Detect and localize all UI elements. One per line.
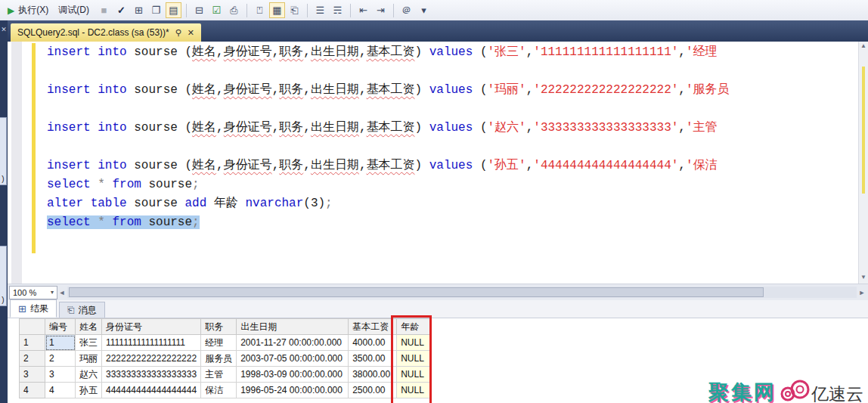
grid-cell[interactable]: NULL bbox=[397, 335, 432, 351]
grid-cell[interactable]: 38000.00 bbox=[349, 367, 397, 383]
comment-icon[interactable]: ☰ bbox=[312, 2, 328, 18]
grid-cell[interactable]: 保洁 bbox=[201, 383, 237, 398]
grid-header-cell[interactable]: 职务 bbox=[201, 319, 237, 335]
scroll-down-icon[interactable]: ▼ bbox=[859, 274, 868, 281]
toolbar-separator bbox=[393, 4, 394, 17]
grid-row: 11张三111111111111111111经理2001-11-27 00:00… bbox=[20, 335, 432, 351]
grid-header-cell[interactable] bbox=[20, 319, 45, 335]
grid-header-cell[interactable]: 出生日期 bbox=[237, 319, 349, 335]
results-tab-strip: ⊞ 结果 ⎗ 消息 bbox=[8, 300, 868, 318]
grid-header-cell[interactable]: 身份证号 bbox=[102, 319, 201, 335]
indent-increase-icon[interactable]: ⇥ bbox=[373, 2, 389, 18]
results-to-file-icon[interactable]: ⎗ bbox=[287, 2, 302, 18]
grid-cell[interactable]: 444444444444444444 bbox=[102, 383, 201, 398]
strip-close-icon[interactable]: ✕ bbox=[0, 26, 8, 33]
template-parameters-icon[interactable]: ⊞ bbox=[131, 2, 147, 18]
uncomment-icon[interactable]: ☴ bbox=[330, 2, 346, 18]
document-tab-title: SQLQuery2.sql - DC2.class (sa (53))* bbox=[17, 27, 169, 38]
grid-cell[interactable]: 2003-07-05 00:00:00.000 bbox=[237, 351, 349, 367]
zoom-caret-icon: ▾ bbox=[51, 289, 54, 296]
grid-cell[interactable]: 孙五 bbox=[76, 383, 102, 398]
tab-close-icon[interactable]: ✕ bbox=[188, 28, 194, 38]
grid-cell[interactable]: 3 bbox=[45, 367, 76, 383]
grid-cell[interactable]: 张三 bbox=[76, 335, 102, 351]
sql-editor[interactable]: insert into sourse (姓名,身份证号,职务,出生日期,基本工资… bbox=[8, 42, 868, 284]
grid-cell[interactable]: 主管 bbox=[201, 367, 237, 383]
tab-results[interactable]: ⊞ 结果 bbox=[10, 299, 57, 318]
indent-decrease-icon[interactable]: ⇤ bbox=[355, 2, 371, 18]
grid-header-cell[interactable]: 年龄 bbox=[397, 319, 432, 335]
grid-cell[interactable]: 赵六 bbox=[76, 367, 102, 383]
pin-icon[interactable]: ⚲ bbox=[175, 28, 181, 38]
grid-header-cell[interactable]: 姓名 bbox=[76, 319, 102, 335]
grid-row: 33赵六333333333333333333主管1998-03-09 00:00… bbox=[20, 367, 432, 383]
change-mark-strip bbox=[862, 67, 865, 194]
collapsed-tool-window-tab[interactable]: ) bbox=[0, 117, 7, 185]
grid-row-header[interactable]: 4 bbox=[20, 383, 45, 398]
grid-cell[interactable]: 4 bbox=[45, 383, 76, 398]
grid-cell[interactable]: NULL bbox=[397, 367, 432, 383]
grid-cell[interactable]: 4000.00 bbox=[349, 335, 397, 351]
grid-row-header[interactable]: 2 bbox=[20, 351, 45, 367]
code-area[interactable]: insert into sourse (姓名,身份证号,职务,出生日期,基本工资… bbox=[47, 43, 857, 232]
grid-row-header[interactable]: 1 bbox=[20, 335, 45, 351]
results-to-grid-icon[interactable]: ▦ bbox=[269, 2, 285, 18]
grid-row: 44孙五444444444444444444保洁1996-05-24 00:00… bbox=[20, 383, 432, 398]
grid-cell[interactable]: 1998-03-09 00:00:00.000 bbox=[237, 367, 349, 383]
track-changes-bar bbox=[32, 43, 36, 253]
query-options-icon[interactable]: ▤ bbox=[166, 2, 181, 18]
results-to-text-icon[interactable]: ⍞ bbox=[252, 2, 268, 18]
stop-icon[interactable]: ■ bbox=[96, 2, 112, 18]
collapsed-tool-window-tab[interactable]: ) bbox=[0, 246, 7, 306]
code-line: select * from sourse; bbox=[47, 175, 857, 194]
grid-cell[interactable]: 服务员 bbox=[201, 351, 237, 367]
intellisense-icon[interactable]: ⊟ bbox=[191, 2, 207, 18]
client-statistics-icon[interactable]: ⎙ bbox=[226, 2, 242, 18]
tab-messages[interactable]: ⎗ 消息 bbox=[59, 302, 105, 318]
editor-bottom-bar: 100 % ▾ ◄ ► bbox=[8, 284, 868, 300]
grid-cell[interactable]: 222222222222222222 bbox=[102, 351, 201, 367]
grid-cell[interactable]: 111111111111111111 bbox=[102, 335, 201, 351]
horizontal-scroll-thumb[interactable] bbox=[69, 287, 764, 297]
specify-values-icon[interactable]: ＠ bbox=[398, 2, 414, 18]
grid-header-cell[interactable]: 编号 bbox=[45, 319, 76, 335]
parse-check-icon[interactable]: ✓ bbox=[113, 2, 129, 18]
grid-cell[interactable]: 2 bbox=[45, 351, 76, 367]
scroll-left-icon[interactable]: ◄ bbox=[57, 289, 67, 296]
watermark: 聚集网 亿速云 bbox=[708, 376, 863, 403]
grid-cell[interactable]: 2001-11-27 00:00:00.000 bbox=[237, 335, 349, 351]
grid-row: 22玛丽222222222222222222服务员2003-07-05 00:0… bbox=[20, 351, 432, 367]
horizontal-scrollbar[interactable] bbox=[67, 287, 857, 298]
ssms-window: ▶ 执行(X) 调试(D) ■✓⊞❐▤⊟☑⎙⍞▦⎗☰☴⇤⇥＠▾ SQLQuery… bbox=[0, 0, 868, 403]
execute-button[interactable]: ▶ 执行(X) bbox=[5, 2, 54, 18]
grid-cell[interactable]: 333333333333333333 bbox=[102, 367, 201, 383]
estimated-plan-icon[interactable]: ❐ bbox=[148, 2, 164, 18]
grid-header-cell[interactable]: 基本工资 bbox=[349, 319, 397, 335]
grid-row-header[interactable]: 3 bbox=[20, 367, 45, 383]
grid-cell[interactable]: 1996-05-24 00:00:00.000 bbox=[237, 383, 349, 398]
scroll-right-icon[interactable]: ► bbox=[857, 289, 866, 296]
tab-results-label: 结果 bbox=[30, 302, 48, 315]
grid-cell[interactable]: 1 bbox=[45, 335, 76, 351]
results-grid: 编号姓名身份证号职务出生日期基本工资年龄11张三1111111111111111… bbox=[19, 318, 432, 398]
grid-cell[interactable]: NULL bbox=[397, 383, 432, 398]
scroll-up-icon[interactable]: ▲ bbox=[859, 42, 868, 49]
document-tab[interactable]: SQLQuery2.sql - DC2.class (sa (53))* ⚲ ✕ bbox=[11, 23, 201, 42]
grid-cell[interactable]: 3500.00 bbox=[349, 351, 397, 367]
tab-messages-label: 消息 bbox=[79, 304, 97, 317]
zoom-value: 100 % bbox=[13, 288, 36, 297]
editor-vertical-scrollbar[interactable]: ▲ ▼ bbox=[858, 42, 868, 284]
grid-cell[interactable]: NULL bbox=[397, 351, 432, 367]
grid-cell[interactable]: 玛丽 bbox=[76, 351, 102, 367]
toolbar-overflow-icon[interactable]: ▾ bbox=[416, 2, 432, 18]
code-line: insert into sourse (姓名,身份证号,职务,出生日期,基本工资… bbox=[47, 81, 857, 100]
code-line: insert into sourse (姓名,身份证号,职务,出生日期,基本工资… bbox=[47, 119, 857, 138]
grid-cell[interactable]: 2500.00 bbox=[349, 383, 397, 398]
code-line bbox=[47, 138, 857, 157]
code-line bbox=[47, 100, 857, 119]
grid-cell[interactable]: 经理 bbox=[201, 335, 237, 351]
debug-button[interactable]: 调试(D) bbox=[55, 2, 95, 18]
collapsed-panel-strip: ✕ ) ) bbox=[0, 20, 8, 403]
zoom-select[interactable]: 100 % ▾ bbox=[9, 286, 57, 299]
include-actual-plan-icon[interactable]: ☑ bbox=[209, 2, 225, 18]
